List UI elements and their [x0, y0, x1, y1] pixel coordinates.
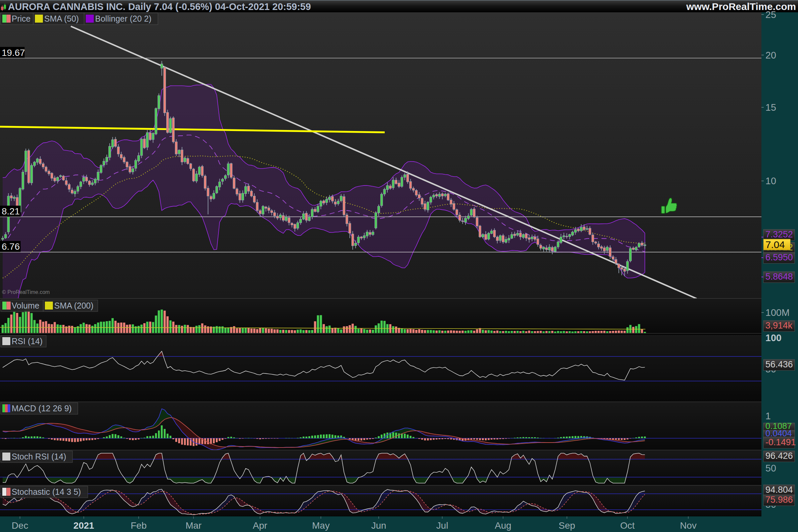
svg-text:94.804: 94.804	[765, 485, 793, 495]
svg-text:Sep: Sep	[558, 520, 575, 531]
svg-text:-0.1491: -0.1491	[765, 437, 796, 447]
svg-text:Price: Price	[12, 14, 31, 23]
svg-text:7.04: 7.04	[765, 239, 785, 250]
svg-text:RSI (14): RSI (14)	[12, 337, 42, 346]
svg-text:Jul: Jul	[436, 520, 448, 531]
svg-text:19.67: 19.67	[2, 48, 25, 58]
svg-text:2021: 2021	[74, 520, 94, 531]
svg-text:Stochastic (14 3 5): Stochastic (14 3 5)	[12, 487, 81, 496]
svg-text:© ProRealTime.com: © ProRealTime.com	[2, 289, 50, 295]
svg-text:7.3252: 7.3252	[765, 229, 793, 240]
svg-text:SMA (50): SMA (50)	[44, 14, 79, 23]
svg-text:Mar: Mar	[186, 520, 202, 531]
svg-text:SMA (200): SMA (200)	[54, 301, 93, 310]
svg-text:3,914k: 3,914k	[765, 321, 793, 330]
svg-text:Stoch RSI (14): Stoch RSI (14)	[12, 452, 66, 461]
svg-text:May: May	[312, 520, 330, 531]
svg-text:75.986: 75.986	[765, 495, 793, 505]
svg-text:MACD (12 26 9): MACD (12 26 9)	[12, 404, 72, 413]
svg-text:Bollinger (20 2): Bollinger (20 2)	[95, 14, 152, 23]
svg-text:www.ProRealTime.com: www.ProRealTime.com	[686, 1, 796, 12]
svg-text:100: 100	[765, 332, 781, 343]
svg-text:Jun: Jun	[371, 520, 386, 531]
svg-text:Aug: Aug	[495, 520, 511, 531]
svg-text:25: 25	[765, 9, 776, 20]
svg-text:AURORA CANNABIS INC. Daily 7.0: AURORA CANNABIS INC. Daily 7.04 (-0.56%)…	[8, 1, 311, 12]
svg-text:Feb: Feb	[131, 520, 147, 531]
svg-text:5.8648: 5.8648	[765, 272, 793, 282]
svg-text:96.426: 96.426	[765, 451, 793, 461]
svg-text:Apr: Apr	[253, 520, 267, 531]
svg-text:20: 20	[765, 50, 776, 60]
svg-text:Volume: Volume	[12, 301, 39, 310]
svg-text:10: 10	[765, 175, 776, 186]
svg-text:1: 1	[765, 411, 771, 421]
svg-text:6.76: 6.76	[2, 241, 20, 252]
svg-text:100M: 100M	[765, 307, 790, 318]
svg-text:50: 50	[765, 463, 776, 474]
svg-text:15: 15	[765, 102, 776, 113]
svg-text:Nov: Nov	[680, 520, 697, 531]
svg-text:8.21: 8.21	[2, 206, 20, 216]
svg-text:6.5950: 6.5950	[765, 252, 793, 262]
svg-text:Dec: Dec	[12, 520, 28, 531]
svg-text:56.436: 56.436	[765, 359, 793, 369]
svg-text:Oct: Oct	[620, 520, 635, 531]
